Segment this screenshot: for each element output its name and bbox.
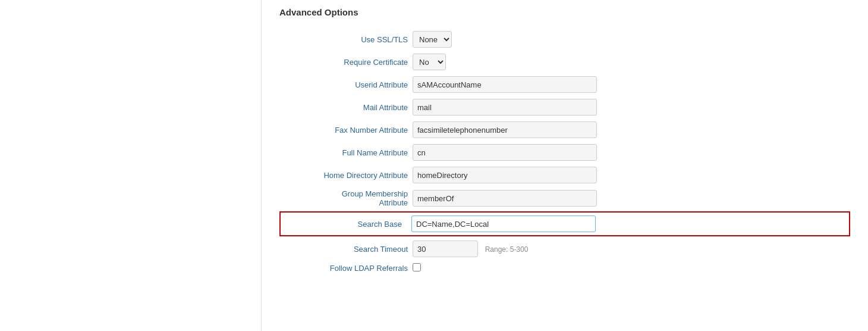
page-container: Advanced Options Use SSL/TLS None SSL TL… <box>0 0 868 331</box>
group-membership-attr-label: Group Membership Attribute <box>279 186 410 210</box>
require-cert-select[interactable]: No Yes <box>413 54 446 70</box>
userid-attr-input[interactable] <box>413 76 597 93</box>
advanced-options-form: Use SSL/TLS None SSL TLS Require Certifi… <box>279 28 850 276</box>
require-cert-input-cell: No Yes <box>410 51 850 73</box>
search-base-input[interactable] <box>411 216 596 232</box>
search-base-highlight-wrapper: Search Base <box>279 211 850 236</box>
search-base-row: Search Base <box>279 210 850 238</box>
mail-attr-input[interactable] <box>413 99 597 115</box>
homedir-attr-row: Home Directory Attribute <box>279 164 850 186</box>
fullname-attr-input-cell <box>410 141 850 164</box>
group-membership-attr-row: Group Membership Attribute <box>279 186 850 210</box>
userid-attr-label: Userid Attribute <box>279 73 410 96</box>
follow-ldap-label: Follow LDAP Referrals <box>279 260 410 276</box>
homedir-attr-input[interactable] <box>413 167 597 183</box>
userid-attr-row: Userid Attribute <box>279 73 850 96</box>
ssl-tls-label: Use SSL/TLS <box>279 28 410 51</box>
homedir-attr-label: Home Directory Attribute <box>279 164 410 186</box>
userid-attr-input-cell <box>410 73 850 96</box>
fullname-attr-input[interactable] <box>413 144 597 161</box>
group-membership-attr-input[interactable] <box>413 190 597 207</box>
group-membership-attr-input-cell <box>410 186 850 210</box>
follow-ldap-checkbox[interactable] <box>413 263 421 271</box>
search-timeout-range-hint: Range: 5-300 <box>485 245 529 254</box>
homedir-attr-input-cell <box>410 164 850 186</box>
require-cert-row: Require Certificate No Yes <box>279 51 850 73</box>
section-title: Advanced Options <box>279 7 850 20</box>
follow-ldap-row: Follow LDAP Referrals <box>279 260 850 276</box>
search-base-label: Search Base <box>358 220 402 229</box>
ssl-tls-select[interactable]: None SSL TLS <box>413 31 452 48</box>
ssl-tls-input-cell: None SSL TLS <box>410 28 850 51</box>
follow-ldap-input-cell <box>410 260 850 276</box>
fax-attr-input[interactable] <box>413 121 597 138</box>
fax-attr-row: Fax Number Attribute <box>279 118 850 141</box>
search-timeout-input[interactable] <box>413 241 478 257</box>
fax-attr-label: Fax Number Attribute <box>279 118 410 141</box>
fullname-attr-row: Full Name Attribute <box>279 141 850 164</box>
require-cert-label: Require Certificate <box>279 51 410 73</box>
fullname-attr-label: Full Name Attribute <box>279 141 410 164</box>
left-spacer <box>0 0 262 331</box>
search-timeout-row: Search Timeout Range: 5-300 <box>279 238 850 260</box>
search-timeout-input-cell: Range: 5-300 <box>410 238 850 260</box>
ssl-tls-row: Use SSL/TLS None SSL TLS <box>279 28 850 51</box>
mail-attr-label: Mail Attribute <box>279 96 410 118</box>
fax-attr-input-cell <box>410 118 850 141</box>
mail-attr-input-cell <box>410 96 850 118</box>
mail-attr-row: Mail Attribute <box>279 96 850 118</box>
main-content: Advanced Options Use SSL/TLS None SSL TL… <box>262 0 868 331</box>
search-timeout-label: Search Timeout <box>279 238 410 260</box>
